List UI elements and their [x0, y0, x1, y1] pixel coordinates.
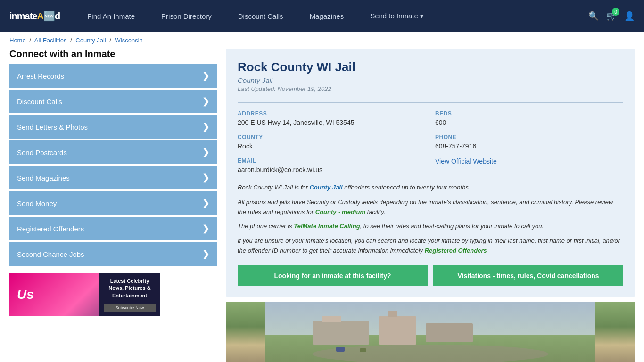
phone-value: 608-757-7916: [435, 142, 623, 150]
cart-badge: 0: [612, 8, 619, 16]
cart-icon[interactable]: 🛒 0: [606, 11, 617, 21]
chevron-right-icon: ❯: [202, 71, 209, 81]
beds-block: BEDS 600: [435, 110, 623, 126]
phone-label: PHONE: [435, 134, 623, 140]
sidebar: Connect with an Inmate Arrest Records ❯ …: [9, 49, 217, 362]
main-container: Connect with an Inmate Arrest Records ❯ …: [0, 49, 644, 362]
facility-card: Rock County WI Jail County Jail Last Upd…: [226, 49, 635, 297]
county-label: COUNTY: [238, 134, 426, 140]
facility-title: Rock County WI Jail: [238, 60, 623, 74]
nav-send-to-inmate[interactable]: Send to Inmate ▾: [357, 0, 437, 32]
phone-block: PHONE 608-757-7916: [435, 134, 623, 150]
logo-area[interactable]: inmateA🆕d: [9, 10, 60, 22]
website-block: View Official Website: [435, 157, 623, 173]
breadcrumb-county-jail[interactable]: County Jail: [75, 37, 106, 44]
chevron-right-icon: ❯: [202, 96, 209, 107]
email-value: aaron.burdick@co.rock.wi.us: [238, 166, 426, 173]
info-grid: ADDRESS 200 E US Hwy 14, Janesville, WI …: [238, 102, 623, 173]
sidebar-item-send-money[interactable]: Send Money ❯: [9, 191, 217, 215]
ad-title: Latest Celebrity News, Pictures & Entert…: [104, 278, 156, 299]
county-medium-link[interactable]: County - medium: [315, 208, 365, 215]
sidebar-item-second-chance-jobs[interactable]: Second Chance Jobs ❯: [9, 242, 217, 266]
address-block: ADDRESS 200 E US Hwy 14, Janesville, WI …: [238, 110, 426, 126]
svg-rect-8: [336, 347, 345, 352]
nav-prison-directory[interactable]: Prison Directory: [148, 0, 225, 32]
facility-type: County Jail: [238, 76, 623, 84]
email-label: EMAIL: [238, 157, 426, 164]
registered-offenders-link[interactable]: Registered Offenders: [425, 247, 487, 254]
sidebar-item-send-letters-photos[interactable]: Send Letters & Photos ❯: [9, 115, 217, 139]
sidebar-item-discount-calls[interactable]: Discount Calls ❯: [9, 90, 217, 113]
sidebar-item-send-postcards[interactable]: Send Postcards ❯: [9, 140, 217, 164]
nav-icons: 🔍 🛒 0 👤: [588, 11, 635, 21]
search-icon[interactable]: 🔍: [588, 11, 599, 21]
telmate-link[interactable]: TelMate Inmate Calling: [294, 222, 360, 230]
chevron-right-icon: ❯: [202, 122, 209, 132]
user-icon[interactable]: 👤: [624, 11, 635, 21]
ad-logo: Us: [9, 287, 99, 302]
nav-discount-calls[interactable]: Discount Calls: [225, 0, 297, 32]
breadcrumb-state[interactable]: Wisconsin: [115, 37, 143, 44]
ad-subscribe-button[interactable]: Subscribe Now: [104, 304, 156, 312]
action-buttons: Looking for an inmate at this facility? …: [238, 265, 623, 286]
main-nav: Find An Inmate Prison Directory Discount…: [74, 0, 588, 32]
facility-desc-1: Rock County WI Jail is for County Jail o…: [238, 183, 623, 193]
chevron-right-icon: ❯: [202, 173, 209, 183]
facility-updated: Last Updated: November 19, 2022: [238, 85, 623, 92]
chevron-right-icon: ❯: [202, 147, 209, 157]
sidebar-menu: Arrest Records ❯ Discount Calls ❯ Send L…: [9, 64, 217, 266]
beds-label: BEDS: [435, 110, 623, 117]
chevron-right-icon: ❯: [202, 249, 209, 259]
find-inmate-facility-button[interactable]: Looking for an inmate at this facility?: [238, 265, 428, 286]
facility-image: [226, 302, 635, 362]
email-block: EMAIL aaron.burdick@co.rock.wi.us: [238, 157, 426, 173]
chevron-right-icon: ❯: [202, 198, 209, 208]
svg-rect-2: [313, 321, 369, 345]
ad-content: Latest Celebrity News, Pictures & Entert…: [99, 273, 160, 316]
facility-aerial-image: [226, 302, 635, 362]
facility-desc-4: If you are unsure of your inmate's locat…: [238, 236, 623, 256]
view-official-website-link[interactable]: View Official Website: [435, 157, 497, 165]
county-value: Rock: [238, 142, 426, 150]
address-label: ADDRESS: [238, 110, 426, 117]
sidebar-item-registered-offenders[interactable]: Registered Offenders ❯: [9, 217, 217, 240]
main-content: Rock County WI Jail County Jail Last Upd…: [226, 49, 635, 362]
sidebar-item-send-magazines[interactable]: Send Magazines ❯: [9, 166, 217, 189]
breadcrumb-home[interactable]: Home: [9, 37, 26, 44]
chevron-right-icon: ❯: [202, 223, 209, 234]
svg-rect-6: [388, 311, 397, 317]
facility-desc-3: The phone carrier is TelMate Inmate Call…: [238, 222, 623, 231]
svg-rect-9: [360, 348, 366, 352]
visitations-button[interactable]: Visitations - times, rules, Covid cancel…: [433, 265, 623, 286]
sidebar-item-arrest-records[interactable]: Arrest Records ❯: [9, 64, 217, 88]
county-block: COUNTY Rock: [238, 134, 426, 150]
breadcrumb: Home / All Facilities / County Jail / Wi…: [0, 32, 644, 49]
nav-find-inmate[interactable]: Find An Inmate: [74, 0, 148, 32]
svg-rect-4: [426, 323, 473, 342]
sidebar-title: Connect with an Inmate: [9, 49, 217, 59]
header: inmateA🆕d Find An Inmate Prison Director…: [0, 0, 644, 32]
beds-value: 600: [435, 119, 623, 126]
logo-text: inmateA🆕d: [9, 10, 60, 22]
facility-desc-2: All prisons and jails have Security or C…: [238, 197, 623, 217]
advertisement: Us Latest Celebrity News, Pictures & Ent…: [9, 273, 160, 316]
address-value: 200 E US Hwy 14, Janesville, WI 53545: [238, 119, 426, 126]
svg-rect-3: [379, 316, 416, 345]
breadcrumb-all-facilities[interactable]: All Facilities: [34, 37, 67, 44]
svg-rect-5: [322, 316, 341, 322]
nav-magazines[interactable]: Magazines: [297, 0, 357, 32]
county-jail-link-1[interactable]: County Jail: [309, 184, 342, 191]
